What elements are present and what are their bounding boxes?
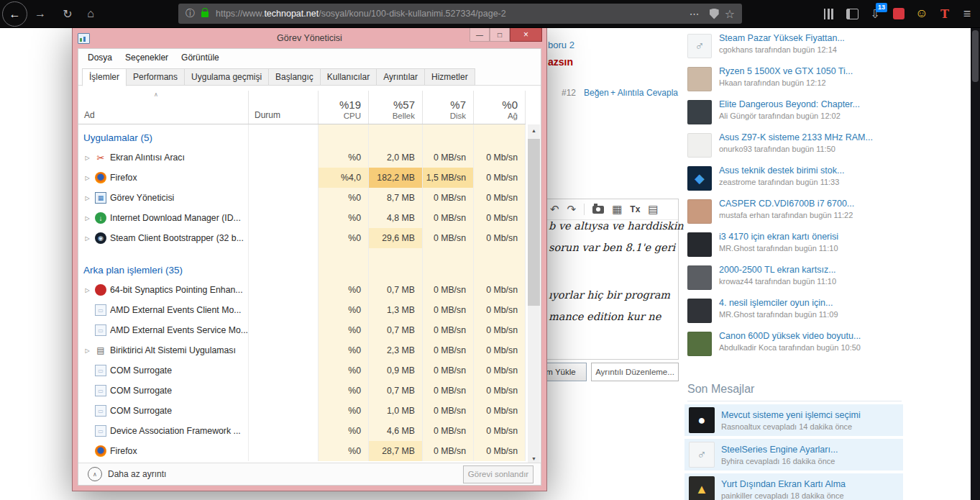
redo-icon[interactable]: ↷ [567,203,577,216]
page-scrollbar-thumb[interactable] [972,30,979,82]
tm-process-row[interactable]: ▷◉Steam Client Bootstrapper (32 b...%029… [78,228,526,248]
emoji-extension-icon[interactable]: ☺ [912,0,932,27]
tab-i̇şlemler[interactable]: İşlemler [82,68,127,86]
home-button[interactable]: ⌂ [81,0,101,27]
column-header-name[interactable]: ∧Ad [78,91,249,124]
tab-kullanıcılar[interactable]: Kullanıcılar [320,68,377,86]
tm-group-row[interactable]: Arka plan işlemleri (35) [78,248,526,280]
draft-icon[interactable]: ▤ [648,203,658,216]
tm-group-row[interactable]: Uygulamalar (5) [78,124,526,147]
library-icon[interactable] [819,0,839,27]
thread-item[interactable]: i3 4170 için ekran kartı önerisiMR.Ghost… [687,232,903,265]
thread-title[interactable]: Asus teknik destek birimi stok... [719,165,844,176]
thread-avatar[interactable] [687,265,712,290]
column-header-bellek[interactable]: %57Bellek [369,91,423,124]
recent-post-item[interactable]: ●Mevcut sisteme yeni işlemci seçimiRasno… [684,404,903,436]
t-extension-icon[interactable]: T [935,0,955,27]
expand-icon[interactable]: ▷ [83,195,91,201]
thread-avatar[interactable] [687,100,712,124]
recent-post-item[interactable]: ♂SteelSeries Engine Ayarları...Byhira ce… [684,439,903,471]
tm-process-row[interactable]: ▷▦Görev Yöneticisi%08,7 MB0 MB/sn0 Mb/sn [78,188,526,208]
menu-button[interactable]: ≡ [957,0,977,27]
tm-process-row[interactable]: ▭COM Surrogate%00,9 MB0 MB/sn0 Mb/sn [78,360,526,381]
thread-title[interactable]: Elite Dangerous Beyond: Chapter... [719,99,860,110]
tm-scrollbar[interactable]: ▲ ▼ [528,124,540,465]
thread-avatar[interactable]: ◆ [687,166,712,191]
thread-avatar[interactable]: ♂ [687,34,712,58]
thread-avatar[interactable] [687,67,712,91]
tm-menu-item[interactable]: Seçenekler [119,50,175,65]
download-extension-icon[interactable]: ⇩13 [865,0,885,27]
quote-link[interactable]: + Alıntıla [610,88,644,98]
tab-performans[interactable]: Performans [126,68,185,86]
expand-icon[interactable]: ▷ [83,235,91,242]
tm-process-row[interactable]: Firefox%028,7 MB0 MB/sn0 Mb/sn [78,441,526,461]
tab-başlangıç[interactable]: Başlangıç [268,68,321,86]
column-header-status[interactable]: Durum [249,91,319,124]
recent-avatar[interactable]: ▲ [689,476,715,500]
forward-button[interactable]: → [30,0,50,27]
tab-uygulama geçmişi[interactable]: Uygulama geçmişi [184,68,269,86]
expand-icon[interactable]: ▷ [83,155,91,161]
thread-title[interactable]: 4. nesil işlemciler oyun için... [719,298,838,309]
thread-link-fragment[interactable]: boru 2 [548,40,574,50]
expand-icon[interactable]: ▷ [83,287,91,294]
thread-avatar[interactable] [687,332,712,356]
tab-hizmetler[interactable]: Hizmetler [424,68,475,86]
tm-process-row[interactable]: ▭COM Surrogate%01,0 MB0 MB/sn0 Mb/sn [78,401,526,421]
undo-icon[interactable]: ↶ [550,203,559,216]
recent-title[interactable]: Yurt Dışından Ekran Kartı Alma [721,479,846,490]
advanced-edit-button[interactable]: Ayrıntılı Düzenleme... [591,363,679,381]
page-scrollbar[interactable] [971,27,980,500]
thread-item[interactable]: ♂Steam Pazar Yüksek Fiyattan...cgokhans … [687,33,903,66]
thread-avatar[interactable] [687,232,712,257]
tm-process-row[interactable]: ▷✂Ekran Alıntısı Aracı%02,0 MB0 MB/sn0 M… [78,147,526,168]
url-bar[interactable]: ⓘ https://www.technopat.net/sosyal/konu/… [178,4,742,24]
shield-icon[interactable] [710,9,719,19]
tm-process-row[interactable]: ▭AMD External Events Client Mo...%01,3 M… [78,300,526,320]
tm-process-row[interactable]: ▭Device Association Framework ...%04,6 M… [78,421,526,441]
page-actions-icon[interactable]: ⋯ [685,8,704,19]
recent-avatar[interactable]: ● [689,407,715,433]
table-icon[interactable]: ▦ [612,203,622,216]
thread-item[interactable]: Asus Z97-K sisteme 2133 MHz RAM...onurko… [687,132,903,165]
thread-item[interactable]: Canon 600D yüksek video boyutu...Abdulka… [687,331,903,364]
recent-post-item[interactable]: ▲Yurt Dışından Ekran Kartı Almapainkille… [684,473,903,500]
sidebar-toggle-icon[interactable] [842,0,862,27]
reply-link[interactable]: Cevapla [646,88,678,98]
tm-process-row[interactable]: ▷Firefox%4,0182,2 MB1,5 MB/sn0 Mb/sn [78,168,526,188]
minimize-button[interactable]: — [470,28,490,42]
thread-avatar[interactable] [687,199,712,224]
thread-item[interactable]: Ryzen 5 1500X ve GTX 1050 Ti...Hkaan tar… [687,66,903,99]
thread-item[interactable]: CASPER CD.VDI6700B i7 6700...mustafa erh… [687,199,903,232]
expand-icon[interactable]: ▷ [83,215,91,222]
tm-menu-item[interactable]: Dosya [81,50,119,65]
expand-icon[interactable]: ▷ [83,347,91,354]
tm-process-row[interactable]: ▷64-bit Synaptics Pointing Enhan...%00,7… [78,280,526,300]
fewer-details-toggle[interactable]: ∧ Daha az ayrıntı [88,467,166,481]
tab-ayrıntılar[interactable]: Ayrıntılar [376,68,425,86]
thread-title[interactable]: Canon 600D yüksek video boyutu... [719,331,861,342]
reload-button[interactable]: ↻ [58,0,78,27]
recent-avatar[interactable]: ♂ [689,442,715,468]
tm-process-row[interactable]: ▷▤Biriktirici Alt Sistemi Uygulaması%02,… [78,340,526,360]
tm-scroll-thumb[interactable] [528,139,540,306]
thread-item[interactable]: Elite Dangerous Beyond: Chapter...Ali Gü… [687,99,903,132]
thread-avatar[interactable] [687,133,712,158]
thread-title[interactable]: Steam Pazar Yüksek Fiyattan... [719,33,845,44]
bookmark-star-icon[interactable]: ☆ [725,7,735,21]
site-info-icon[interactable]: ⓘ [186,7,195,20]
like-link[interactable]: Beğen [584,88,609,98]
camera-icon[interactable] [592,206,604,214]
thread-item[interactable]: 4. nesil işlemciler oyun için...MR.Ghost… [687,298,903,331]
tm-menu-item[interactable]: Görüntüle [175,50,226,65]
thread-avatar[interactable] [687,299,712,323]
recent-title[interactable]: Mevcut sisteme yeni işlemci seçimi [721,410,861,421]
end-task-button[interactable]: Görevi sonlandır [463,465,533,483]
column-header-ağ[interactable]: %0Ağ [474,91,526,124]
thread-item[interactable]: ◆Asus teknik destek birimi stok...zeastr… [687,165,903,199]
expand-icon[interactable]: ▷ [83,175,91,181]
thread-title[interactable]: Ryzen 5 1500X ve GTX 1050 Ti... [719,66,853,77]
thread-title[interactable]: i3 4170 için ekran kartı önerisi [719,232,838,242]
close-button[interactable]: × [510,28,542,42]
